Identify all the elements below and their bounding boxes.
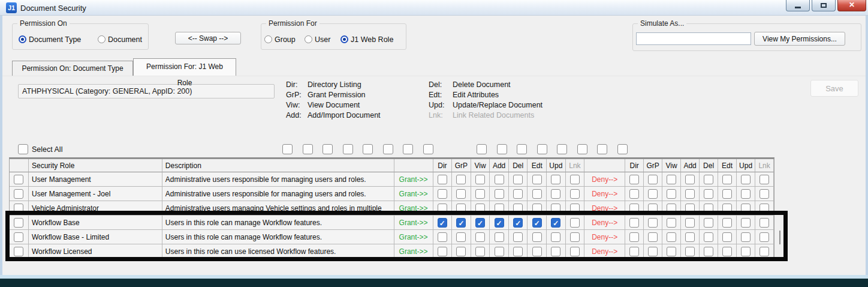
deny-add-checkbox[interactable]	[685, 232, 695, 242]
deny-add-checkbox[interactable]	[685, 189, 695, 199]
grant-cell[interactable]: Grant->>	[394, 216, 433, 230]
grant-cell[interactable]: Grant->>	[394, 244, 433, 259]
deny-lnk-checkbox[interactable]	[760, 247, 769, 256]
grant-upd-checkbox[interactable]	[551, 232, 560, 242]
grant-upd-checkbox[interactable]	[551, 247, 560, 256]
deny-viw-checkbox[interactable]	[667, 189, 676, 199]
grant-viw-checkbox[interactable]	[475, 189, 485, 199]
header-deny-lnk[interactable]: Lnk	[755, 159, 774, 172]
deny-link[interactable]: Deny-->	[592, 190, 617, 198]
grant-link[interactable]: Grant->>	[399, 219, 428, 227]
grant-edt-checkbox[interactable]	[532, 247, 542, 256]
deny-grp-checkbox[interactable]	[648, 232, 658, 242]
deny-lnk-checkbox[interactable]	[760, 218, 769, 228]
deny-viw-checkbox[interactable]	[667, 175, 676, 184]
deny-edt-checkbox[interactable]	[722, 247, 732, 256]
deny-cell[interactable]: Deny-->	[584, 230, 625, 244]
grant-edt-checkbox[interactable]	[532, 175, 542, 184]
deny-edt-checkbox[interactable]	[722, 175, 732, 184]
header-grant-lnk[interactable]: Lnk	[566, 159, 585, 172]
column-select-checkbox[interactable]	[363, 144, 373, 154]
view-my-permissions-button[interactable]: View My Permissions...	[754, 32, 845, 46]
grant-dir-checkbox[interactable]	[438, 175, 447, 184]
column-select-checkbox[interactable]	[282, 144, 293, 154]
radio-document[interactable]	[98, 35, 106, 43]
grant-cell[interactable]: Grant->>	[394, 201, 433, 216]
deny-upd-checkbox[interactable]	[741, 232, 751, 242]
grant-viw-checkbox[interactable]	[475, 247, 485, 256]
radio-item-document-type[interactable]: Document Type	[19, 34, 81, 44]
deny-upd-checkbox[interactable]	[741, 189, 751, 199]
grant-upd-checkbox[interactable]	[551, 204, 560, 213]
grant-link[interactable]: Grant->>	[399, 190, 428, 198]
simulate-as-input[interactable]	[636, 32, 751, 45]
deny-edt-checkbox[interactable]	[722, 232, 732, 242]
table-scrollbar-thumb[interactable]	[779, 231, 780, 244]
deny-dir-checkbox[interactable]	[629, 247, 639, 256]
header-description[interactable]: Description	[162, 159, 394, 172]
column-select-checkbox[interactable]	[557, 144, 567, 154]
grant-viw-checkbox[interactable]	[475, 175, 485, 184]
deny-del-checkbox[interactable]	[704, 232, 713, 242]
maximize-button[interactable]	[812, 0, 836, 11]
radio-document-type[interactable]	[19, 35, 26, 43]
grant-lnk-checkbox[interactable]	[570, 232, 580, 242]
grant-lnk-checkbox[interactable]	[570, 218, 580, 228]
save-button[interactable]: Save	[810, 80, 858, 97]
grant-cell[interactable]: Grant->>	[394, 230, 433, 244]
header-grant-upd[interactable]: Upd	[547, 159, 566, 172]
grant-lnk-checkbox[interactable]	[570, 189, 580, 199]
header-security-role[interactable]: Security Role	[29, 159, 162, 172]
header-deny-del[interactable]: Del	[700, 159, 718, 172]
tab-permission-for-j1-web-role[interactable]: Permission For: J1 Web Role	[133, 58, 236, 76]
grant-edt-checkbox[interactable]	[532, 218, 542, 228]
grant-viw-checkbox[interactable]	[475, 232, 485, 242]
header-deny-dir[interactable]: Dir	[625, 159, 644, 172]
grant-cell[interactable]: Grant->>	[394, 172, 433, 187]
header-grant-grp[interactable]: GrP	[452, 159, 471, 172]
grant-lnk-checkbox[interactable]	[570, 175, 580, 184]
grant-edt-checkbox[interactable]	[532, 204, 542, 213]
deny-del-checkbox[interactable]	[704, 204, 713, 213]
grant-grp-checkbox[interactable]	[456, 204, 466, 213]
grant-cell[interactable]: Grant->>	[394, 187, 433, 201]
deny-del-checkbox[interactable]	[704, 247, 713, 256]
deny-del-checkbox[interactable]	[704, 175, 713, 184]
grant-grp-checkbox[interactable]	[456, 218, 466, 228]
grant-link[interactable]: Grant->>	[399, 247, 428, 256]
deny-viw-checkbox[interactable]	[667, 204, 676, 213]
deny-upd-checkbox[interactable]	[741, 218, 751, 228]
tab-permission-on-document-type[interactable]: Permission On: Document Type	[12, 61, 133, 76]
grant-dir-checkbox[interactable]	[438, 247, 447, 256]
grant-del-checkbox[interactable]	[513, 232, 523, 242]
grant-add-checkbox[interactable]	[495, 189, 504, 199]
deny-lnk-checkbox[interactable]	[760, 175, 769, 184]
deny-cell[interactable]: Deny-->	[584, 187, 625, 201]
grant-add-checkbox[interactable]	[495, 232, 504, 242]
deny-del-checkbox[interactable]	[704, 218, 713, 228]
deny-del-checkbox[interactable]	[704, 189, 713, 199]
header-grant-dir[interactable]: Dir	[433, 159, 453, 172]
deny-viw-checkbox[interactable]	[667, 247, 676, 256]
grant-edt-checkbox[interactable]	[532, 189, 542, 199]
deny-lnk-checkbox[interactable]	[760, 189, 769, 199]
grant-edt-checkbox[interactable]	[532, 232, 542, 242]
row-select-checkbox[interactable]	[14, 189, 23, 199]
column-select-checkbox[interactable]	[383, 144, 393, 154]
grant-add-checkbox[interactable]	[495, 247, 504, 256]
grant-dir-checkbox[interactable]	[438, 204, 447, 213]
deny-edt-checkbox[interactable]	[722, 218, 732, 228]
header-deny-edt[interactable]: Edt	[718, 159, 737, 172]
header-grant-add[interactable]: Add	[490, 159, 509, 172]
row-select-checkbox[interactable]	[14, 175, 23, 184]
deny-link[interactable]: Deny-->	[592, 204, 617, 213]
grant-grp-checkbox[interactable]	[456, 175, 466, 184]
deny-lnk-checkbox[interactable]	[760, 232, 769, 242]
column-select-checkbox[interactable]	[577, 144, 587, 154]
grant-del-checkbox[interactable]	[513, 175, 523, 184]
deny-cell[interactable]: Deny-->	[584, 244, 625, 259]
deny-link[interactable]: Deny-->	[592, 247, 617, 256]
grant-grp-checkbox[interactable]	[456, 189, 466, 199]
grant-grp-checkbox[interactable]	[456, 247, 466, 256]
grant-del-checkbox[interactable]	[513, 204, 523, 213]
